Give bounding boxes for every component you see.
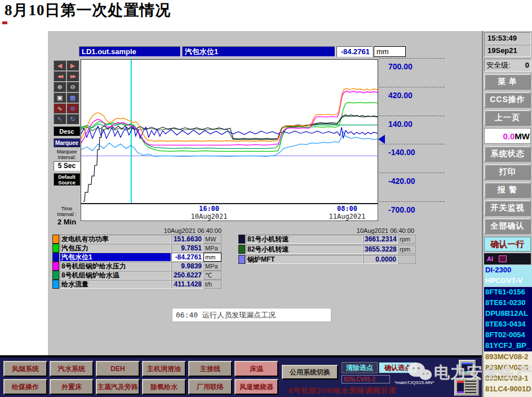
- sidebar-action-button[interactable]: 打印: [484, 164, 531, 180]
- trend-toolbar-icons: ◀▶◀◀▶▶⊕⊖▣▦∿⊘↖↻: [54, 60, 80, 124]
- pen-color-swatch: [52, 253, 59, 262]
- menu-button[interactable]: DEH: [96, 361, 140, 377]
- trend-group-name[interactable]: LD1.out.sample: [79, 46, 181, 57]
- trend-plot[interactable]: [81, 59, 378, 204]
- pen-label[interactable]: 汽包压力: [60, 244, 171, 253]
- pen-value: 3661.2314: [363, 235, 398, 244]
- security-level-label: 安全级:: [486, 59, 511, 71]
- sidebar-action-button[interactable]: 全部确认: [484, 218, 531, 234]
- pen-row[interactable]: 81号小机转速 3661.2314 rpm: [238, 235, 416, 244]
- pen-row[interactable]: 8号机组锅炉给水压力 9.9839 MPa: [52, 262, 221, 271]
- menu-button[interactable]: 主机润滑油: [142, 361, 186, 377]
- alarm-filter-strip: AI: [484, 253, 531, 264]
- rotate-icon[interactable]: ↻: [66, 114, 79, 124]
- x-axis-tick: 08:00 11Aug2021: [329, 205, 365, 220]
- selected-pen-name[interactable]: 汽包水位1: [182, 46, 335, 57]
- sidebar-nav-button[interactable]: 上一页: [484, 110, 531, 126]
- trend-icon[interactable]: ∿: [54, 103, 66, 113]
- menu-button[interactable]: 风烟系统: [3, 361, 47, 377]
- menu-button[interactable]: 风道燃烧器: [234, 379, 278, 395]
- zoom-out-icon[interactable]: ⊖: [66, 82, 79, 92]
- sidebar-action-button[interactable]: 报 警: [484, 182, 531, 198]
- zoom-in-icon[interactable]: ⊕: [54, 82, 66, 92]
- desc-button[interactable]: Desc: [54, 126, 80, 136]
- alarm-entry[interactable]: 8TE63-0434: [484, 319, 532, 330]
- pen-label[interactable]: 82号小机转速: [246, 245, 363, 254]
- menu-button[interactable]: 厂用联络: [188, 379, 232, 395]
- grid-icon[interactable]: ▦: [66, 92, 79, 103]
- disable-icon[interactable]: ⊘: [66, 103, 79, 113]
- sidebar-nav-button[interactable]: 菜 单: [484, 74, 531, 90]
- pen-value: 9.9839: [171, 262, 203, 271]
- status-bar-text: 8号机组30%给水旁路调阀开度: [289, 386, 396, 396]
- pan-left-icon[interactable]: ◀: [54, 60, 66, 70]
- pen-row[interactable]: 汽包压力 9.7851 MPa: [52, 244, 221, 253]
- menu-button[interactable]: 主蒸汽及旁路: [96, 379, 140, 395]
- operator-sidebar: 15:53:49 19Sep21 安全级: 0 菜 单CCS操作上一页 0.0 …: [482, 31, 532, 397]
- pointer-icon[interactable]: ↖: [54, 114, 66, 124]
- pan-right-icon[interactable]: ▶: [66, 60, 79, 70]
- pen-unit: rpm: [398, 245, 416, 254]
- pen-row[interactable]: 给水流量 411.1428 t/h: [52, 280, 221, 289]
- menu-button[interactable]: 主接线: [188, 361, 232, 377]
- pen-label[interactable]: 锅炉MFT: [246, 255, 363, 264]
- wechat-icon: [408, 361, 434, 384]
- trend-toolbar: ◀▶◀◀▶▶⊕⊖▣▦∿⊘↖↻ Desc Marquee Marquee Inte…: [54, 60, 80, 226]
- pen-label[interactable]: 给水流量: [60, 280, 171, 289]
- pen-color-swatch: [52, 271, 59, 280]
- alarm-entry[interactable]: 8FT02-0054: [484, 330, 532, 341]
- selected-pen-unit: mm: [374, 46, 406, 57]
- series-turbine-81-speed: [83, 115, 378, 201]
- alarm-entry[interactable]: 81LC4-9001D: [484, 384, 532, 395]
- marquee-button[interactable]: Marquee: [54, 138, 80, 147]
- pen-row[interactable]: 汽包水位1 -84.2761 mm: [52, 253, 221, 262]
- pen-label[interactable]: 8号机组锅炉给水温: [60, 271, 171, 280]
- sidebar-nav-button[interactable]: CCS操作: [484, 92, 531, 108]
- unit-load-display: 0.0 MW: [484, 128, 531, 144]
- menu-button[interactable]: 汽水系统: [50, 361, 94, 377]
- marquee-interval-value[interactable]: 5 Sec: [54, 161, 80, 171]
- sidebar-action-button[interactable]: 开关监视: [484, 200, 531, 216]
- selected-tag-field[interactable]: 825LCV01-2: [342, 375, 390, 383]
- x-axis: 16:00 10Aug2021 08:00 11Aug2021: [81, 204, 378, 221]
- current-value-marker[interactable]: [378, 135, 385, 144]
- tag-filter-icon[interactable]: [499, 255, 507, 262]
- y-axis-tick: 420.00: [379, 87, 445, 100]
- menu-button[interactable]: 外置床: [50, 379, 94, 395]
- pen-row[interactable]: 发电机有功功率 151.6630 MW: [52, 235, 221, 244]
- time-interval-label: Time Interval :: [54, 206, 80, 217]
- alarm-entry[interactable]: 8FT61-0156: [484, 287, 532, 298]
- fast-left-icon[interactable]: ◀◀: [54, 71, 66, 81]
- pen-unit: t/h: [203, 280, 221, 289]
- pen-value: -84.2761: [171, 253, 203, 262]
- pen-row[interactable]: 8号机组锅炉给水温 250.6227 ℃: [52, 271, 221, 280]
- display-icon[interactable]: ▣: [54, 92, 66, 103]
- alarm-entry[interactable]: DI-2300: [484, 265, 532, 276]
- alarm-entry[interactable]: 8TE61-0230: [484, 298, 532, 308]
- pen-unit: [398, 255, 416, 264]
- pen-row[interactable]: 锅炉MFT 0.0000: [238, 255, 416, 264]
- alarm-entry[interactable]: 81YCFJ_BP_: [484, 341, 532, 351]
- time-interval-value[interactable]: 2 Min: [54, 218, 80, 226]
- fast-right-icon[interactable]: ▶▶: [66, 71, 79, 81]
- menu-button[interactable]: 除氧给水: [142, 379, 186, 395]
- pen-label[interactable]: 81号小机转速: [246, 235, 363, 244]
- utility-system-switch-button[interactable]: 公用系统切换: [282, 365, 338, 380]
- pen-label[interactable]: 发电机有功功率: [60, 235, 171, 244]
- menu-button[interactable]: 给煤操作: [3, 379, 47, 395]
- pen-row[interactable]: 82号小机转速 3655.3228 rpm: [238, 245, 416, 254]
- confirm-row-button[interactable]: 确认一行: [484, 237, 531, 252]
- menu-button[interactable]: 床温: [234, 361, 278, 377]
- default-source-button[interactable]: Default Source: [54, 173, 80, 186]
- pen-value: 250.6227: [171, 271, 203, 280]
- pen-unit: rpm: [398, 235, 416, 244]
- clear-selection-button[interactable]: 清除选点: [342, 362, 378, 373]
- alarm-entry[interactable]: HPCGVT-V: [484, 276, 532, 286]
- ai-filter-label[interactable]: AI: [487, 255, 493, 262]
- alarm-entry[interactable]: DPU8B12AL: [484, 308, 532, 319]
- alarm-entry[interactable]: 823FDV08B-4: [484, 395, 532, 397]
- y-axis-tick: -420.00: [379, 173, 445, 186]
- pen-label[interactable]: 汽包水位1: [60, 253, 171, 262]
- sidebar-action-button[interactable]: 系统状态: [484, 146, 531, 162]
- pen-label[interactable]: 8号机组锅炉给水压力: [60, 262, 171, 271]
